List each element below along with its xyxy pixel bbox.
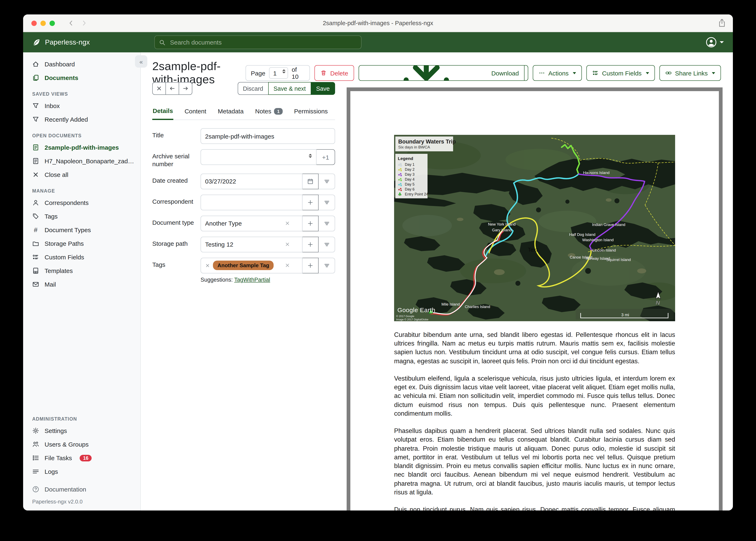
browser-forward-icon[interactable] [81, 20, 87, 26]
tab-notes[interactable]: Notes1 [255, 104, 283, 120]
share-links-button[interactable]: Share Links [659, 65, 721, 81]
add-storage-path-button[interactable] [302, 237, 319, 252]
asn-stepper[interactable] [309, 154, 312, 158]
next-document-button[interactable] [179, 82, 192, 95]
sidebar-item-label: Correspondents [45, 199, 89, 206]
clear-icon[interactable] [285, 263, 290, 268]
download-menu-toggle[interactable] [524, 66, 528, 80]
sidebar-item-close-all[interactable]: Close all [23, 168, 140, 182]
zoom-window-button[interactable] [50, 20, 55, 26]
sidebar-item-recently-added[interactable]: Recently Added [23, 113, 140, 126]
tags-filter-button[interactable] [319, 258, 335, 273]
user-menu[interactable] [706, 37, 724, 48]
folder-icon [32, 240, 39, 247]
sidebar-item-dashboard[interactable]: Dashboard [23, 57, 140, 71]
correspondent-select[interactable] [201, 195, 302, 210]
date-filter-button[interactable] [319, 173, 335, 189]
sidebar-item-open-document-1[interactable]: 2sample-pdf-with-images [23, 141, 140, 154]
share-icon[interactable] [718, 19, 726, 27]
tab-details[interactable]: Details [152, 104, 173, 120]
previous-document-button[interactable] [165, 82, 179, 95]
delete-button[interactable]: Delete [315, 65, 354, 81]
sidebar-item-open-document-2[interactable]: H7_Napoleon_Bonaparte_zadanie [23, 154, 140, 168]
date-created-input[interactable] [205, 178, 298, 185]
save-button[interactable]: Save [311, 82, 335, 95]
close-document-button[interactable] [152, 82, 166, 95]
sidebar-item-settings[interactable]: Settings [23, 424, 140, 437]
tag-chip[interactable]: Another Sample Tag [213, 261, 274, 270]
sidebar-item-tags[interactable]: Tags [23, 210, 140, 223]
asn-field [201, 149, 317, 165]
add-document-type-button[interactable] [302, 216, 319, 231]
chevron-down-icon [646, 72, 649, 74]
tab-content[interactable]: Content [184, 104, 207, 120]
filter-lines-icon [323, 262, 330, 269]
sidebar-item-custom-fields[interactable]: Custom Fields [23, 250, 140, 264]
actions-button-label: Actions [548, 70, 568, 77]
sidebar-item-logs[interactable]: Logs [23, 465, 140, 478]
date-created-field [201, 173, 302, 189]
add-correspondent-button[interactable] [302, 195, 319, 210]
tab-permissions[interactable]: Permissions [294, 104, 328, 120]
question-icon [32, 486, 39, 493]
sidebar-item-correspondents[interactable]: Correspondents [23, 196, 140, 210]
sidebar-item-file-tasks[interactable]: File Tasks 16 [23, 451, 140, 465]
field-label: Archive serial number [152, 149, 201, 168]
browser-back-icon[interactable] [68, 20, 74, 26]
scale-label: 3 mi [621, 312, 629, 317]
sidebar-item-inbox[interactable]: Inbox [23, 99, 140, 113]
sidebar-item-templates[interactable]: Templates [23, 264, 140, 277]
sidebar-collapse-button[interactable]: « [135, 55, 147, 68]
pdf-text: Curabitur bibendum ante urna, sed blandi… [394, 330, 675, 510]
sidebar-item-users-groups[interactable]: Users & Groups [23, 437, 140, 451]
sidebar-item-label: Inbox [45, 102, 60, 109]
sidebar-item-label: Users & Groups [45, 441, 89, 448]
suggestion-link[interactable]: TagWithPartial [234, 276, 270, 283]
document-type-filter-button[interactable] [319, 216, 335, 231]
legend-label: Day 4 [405, 177, 415, 182]
download-button[interactable]: Download [359, 66, 524, 80]
sidebar-item-storage-paths[interactable]: Storage Paths [23, 237, 140, 250]
calendar-button[interactable] [302, 173, 319, 189]
save-and-next-button[interactable]: Save & next [268, 82, 311, 95]
discard-button[interactable]: Discard [237, 82, 268, 95]
actions-button[interactable]: Actions [533, 65, 582, 81]
sidebar-item-document-types[interactable]: # Document Types [23, 223, 140, 237]
minimize-window-button[interactable] [40, 20, 46, 26]
sidebar-item-documents[interactable]: Documents [23, 71, 140, 85]
sidebar-item-mail[interactable]: Mail [23, 277, 140, 291]
clear-icon[interactable] [285, 221, 290, 226]
sidebar-item-label: Dashboard [45, 61, 75, 68]
map-text-annotation: Text [528, 247, 538, 253]
search-input[interactable] [169, 38, 357, 46]
storage-path-value: Testing 12 [205, 241, 233, 248]
close-window-button[interactable] [31, 20, 37, 26]
brand[interactable]: Paperless-ngx [32, 38, 90, 47]
document-type-select[interactable]: Another Type [201, 216, 302, 231]
sidebar-heading-saved-views: SAVED VIEWS [23, 85, 140, 99]
dots-icon [538, 70, 545, 76]
page-stepper[interactable] [282, 69, 286, 73]
custom-fields-button[interactable]: Custom Fields [586, 65, 655, 81]
add-tag-button[interactable] [302, 258, 319, 273]
island-label: Indian Grave Island [592, 223, 625, 227]
sidebar-item-documentation[interactable]: Documentation [23, 482, 140, 496]
remove-tag-icon[interactable] [205, 263, 210, 268]
link-icon [665, 70, 672, 76]
field-label: Title [152, 128, 201, 144]
storage-path-select[interactable]: Testing 12 [201, 237, 302, 252]
clear-icon[interactable] [285, 242, 290, 247]
search-box[interactable] [154, 35, 361, 49]
asn-increment-button[interactable]: +1 [316, 149, 335, 165]
chevron-down-icon [573, 72, 576, 74]
asn-input[interactable] [205, 154, 312, 161]
correspondent-filter-button[interactable] [319, 195, 335, 210]
page-number-input[interactable] [273, 70, 281, 77]
storage-path-filter-button[interactable] [319, 237, 335, 252]
hash-icon: # [32, 227, 39, 234]
title-input[interactable] [205, 133, 331, 140]
home-icon [32, 61, 39, 68]
tags-select[interactable]: Another Sample Tag [201, 258, 302, 273]
pdf-preview-pane[interactable]: Hausons Island New York Island Gary Isla… [347, 87, 723, 510]
tab-metadata[interactable]: Metadata [217, 104, 244, 120]
